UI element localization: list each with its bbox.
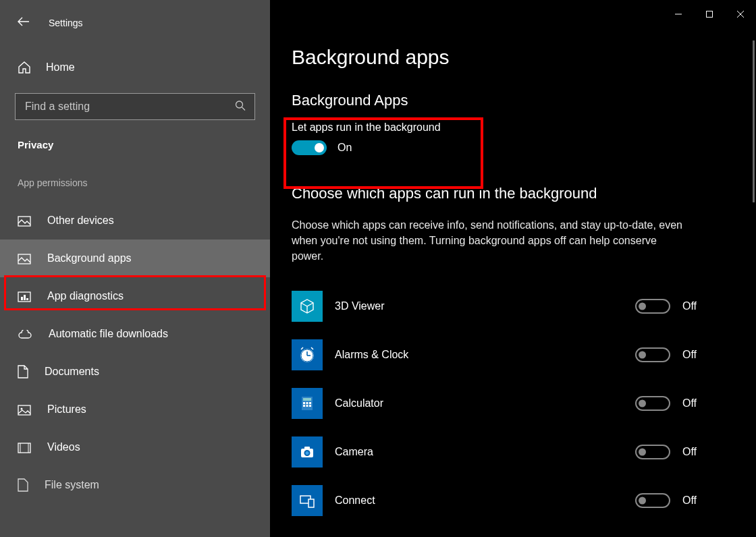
app-name: Calculator [335, 397, 635, 409]
app-row-3d-viewer: 3D Viewer Off [292, 282, 697, 331]
svg-rect-28 [309, 405, 311, 407]
home-label: Home [46, 61, 75, 74]
close-button[interactable] [725, 4, 756, 24]
home-nav[interactable]: Home [0, 51, 270, 84]
document-icon [18, 365, 28, 378]
svg-rect-23 [303, 402, 305, 404]
svg-rect-27 [306, 405, 308, 407]
subheading-background-apps: Background Apps [292, 92, 756, 109]
sidebar-item-label: File system [45, 479, 99, 491]
svg-rect-30 [304, 447, 310, 449]
sidebar-item-label: Other devices [47, 215, 114, 227]
app-toggle-state: Off [682, 397, 697, 409]
master-toggle[interactable] [292, 140, 327, 155]
svg-rect-8 [18, 405, 30, 415]
sidebar-item-videos[interactable]: Videos [0, 428, 270, 466]
sidebar-item-file-system[interactable]: File system [0, 466, 270, 504]
home-icon [18, 61, 31, 74]
app-icon-connect [292, 485, 323, 516]
video-icon [18, 441, 31, 453]
sidebar-item-label: Pictures [47, 403, 86, 416]
sidebar-item-documents[interactable]: Documents [0, 353, 270, 391]
app-row-connect: Connect Off [292, 476, 697, 525]
description-text: Choose which apps can receive info, send… [292, 217, 683, 264]
scrollbar[interactable] [753, 40, 755, 202]
maximize-button[interactable] [694, 4, 725, 24]
app-toggle-state: Off [682, 349, 697, 361]
image-icon [18, 215, 31, 227]
sidebar-item-label: Videos [47, 441, 80, 453]
diagnostics-icon [18, 290, 31, 302]
app-toggle-connect[interactable] [635, 493, 670, 508]
svg-rect-5 [21, 297, 23, 300]
search-input[interactable] [15, 93, 255, 120]
app-toggle-3d-viewer[interactable] [635, 299, 670, 314]
settings-sidebar: Settings Home Privacy App permissions Ot… [0, 0, 270, 537]
subheading-choose-apps: Choose which apps can run in the backgro… [292, 185, 756, 202]
app-toggle-state: Off [682, 494, 697, 507]
app-icon-3d-viewer [292, 291, 323, 322]
picture-icon [18, 403, 31, 416]
svg-rect-6 [24, 295, 26, 300]
svg-rect-25 [309, 402, 311, 404]
app-toggle-state: Off [682, 446, 697, 458]
app-icon-camera [292, 436, 323, 468]
app-name: Camera [335, 446, 635, 458]
sidebar-item-label: App diagnostics [47, 290, 124, 302]
app-row-alarms-clock: Alarms & Clock Off [292, 331, 697, 379]
app-name: Connect [335, 494, 635, 507]
back-arrow-icon[interactable] [18, 16, 30, 30]
svg-line-1 [242, 107, 246, 111]
app-name: 3D Viewer [335, 300, 635, 312]
sidebar-item-pictures[interactable]: Pictures [0, 391, 270, 428]
app-title: Settings [49, 18, 83, 28]
sidebar-item-label: Documents [45, 366, 99, 378]
svg-rect-7 [26, 298, 28, 300]
app-toggle-calculator[interactable] [635, 396, 670, 411]
app-toggle-state: Off [682, 300, 697, 312]
svg-rect-26 [303, 405, 305, 407]
cloud-icon [18, 328, 32, 340]
section-heading: App permissions [0, 173, 270, 202]
app-name: Alarms & Clock [335, 349, 635, 361]
app-toggle-camera[interactable] [635, 445, 670, 459]
sidebar-item-automatic-file-downloads[interactable]: Automatic file downloads [0, 315, 270, 353]
sidebar-item-label: Background apps [47, 252, 132, 264]
file-icon [18, 478, 28, 492]
svg-rect-14 [707, 11, 713, 18]
svg-rect-34 [308, 499, 314, 507]
sidebar-item-label: Automatic file downloads [49, 328, 168, 340]
category-label: Privacy [0, 135, 270, 173]
page-title: Background apps [292, 46, 756, 69]
sidebar-item-app-diagnostics[interactable]: App diagnostics [0, 277, 270, 315]
master-toggle-label: Let apps run in the background [292, 121, 756, 134]
app-icon-alarms-clock [292, 339, 323, 370]
svg-point-9 [21, 407, 23, 409]
svg-rect-22 [303, 398, 311, 401]
app-row-camera: Camera Off [292, 428, 697, 476]
app-icon-calculator [292, 388, 323, 419]
svg-point-32 [306, 451, 309, 455]
master-toggle-state: On [338, 142, 352, 154]
svg-point-0 [236, 101, 243, 108]
main-content: Background apps Background Apps Let apps… [270, 0, 756, 537]
sidebar-item-other-devices[interactable]: Other devices [0, 202, 270, 239]
sidebar-item-background-apps[interactable]: Background apps [0, 239, 270, 277]
app-row-calculator: Calculator Off [292, 379, 697, 428]
app-toggle-alarms-clock[interactable] [635, 347, 670, 362]
minimize-button[interactable] [663, 4, 694, 24]
svg-rect-24 [306, 402, 308, 404]
search-icon [235, 101, 246, 113]
image-icon [18, 252, 31, 264]
